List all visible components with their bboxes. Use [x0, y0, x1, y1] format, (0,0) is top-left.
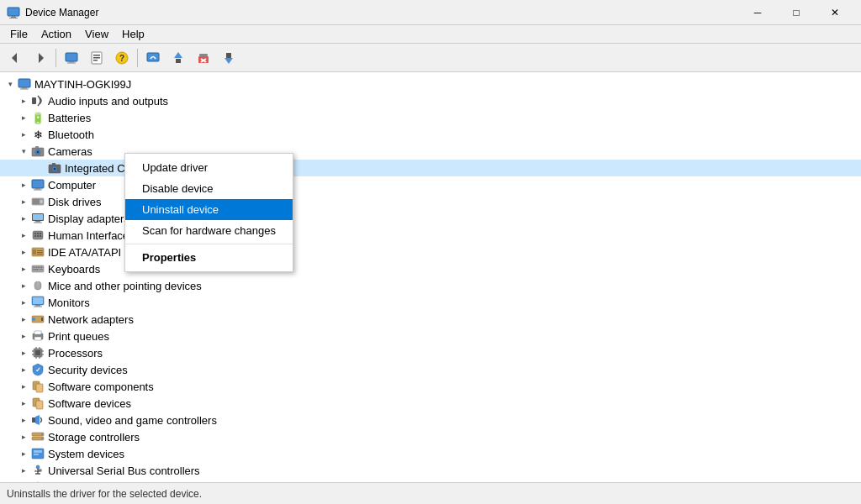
label-security: Security devices	[48, 364, 128, 376]
title-bar: Device Manager ─ □ ✕	[0, 0, 861, 25]
svg-rect-58	[33, 267, 34, 269]
icon-humanif	[30, 228, 45, 243]
minimize-button[interactable]: ─	[738, 0, 777, 25]
close-button[interactable]: ✕	[816, 0, 854, 25]
label-print: Print queues	[48, 330, 109, 343]
device-manager-button[interactable]	[60, 46, 83, 70]
tree-item-batteries[interactable]: ▸🔋Batteries	[0, 109, 861, 126]
svg-marker-16	[174, 52, 182, 58]
expand-btn-audio[interactable]: ▸	[17, 94, 30, 108]
menu-view[interactable]: View	[78, 26, 115, 42]
tree-item-monitors[interactable]: ▸Monitors	[0, 294, 861, 311]
expand-btn-computer[interactable]: ▸	[17, 178, 30, 192]
expand-btn-monitors[interactable]: ▸	[17, 296, 30, 309]
expand-btn-swcomponents[interactable]: ▸	[17, 380, 30, 393]
expand-btn-bluetooth[interactable]: ▸	[17, 128, 30, 141]
tree-item-swdevices[interactable]: ▸Software devices	[0, 395, 861, 412]
svg-rect-53	[33, 249, 36, 255]
properties-button[interactable]	[85, 46, 108, 70]
svg-rect-0	[8, 8, 19, 16]
menu-help[interactable]: Help	[115, 26, 151, 42]
tree-item-audio[interactable]: ▸Audio inputs and outputs	[0, 92, 861, 109]
context-menu: Update driverDisable deviceUninstall dev…	[124, 153, 293, 272]
svg-rect-22	[226, 53, 231, 58]
tree-root[interactable]: ▾ MAYTINH-OGKI99J	[0, 76, 861, 92]
svg-marker-4	[39, 53, 44, 63]
expand-btn-system[interactable]: ▸	[17, 447, 30, 460]
svg-rect-51	[40, 235, 41, 237]
forward-button[interactable]	[29, 46, 52, 70]
tree-item-security[interactable]: ▸✓Security devices	[0, 361, 861, 378]
expand-btn-mice[interactable]: ▸	[17, 279, 30, 292]
tree-item-swcomponents[interactable]: ▸Software components	[0, 378, 861, 395]
svg-rect-7	[67, 62, 76, 63]
context-menu-item-disable-device[interactable]: Disable device	[125, 178, 293, 199]
context-menu-item-scan-hardware[interactable]: Scan for hardware changes	[125, 220, 293, 241]
svg-point-100	[41, 433, 43, 435]
svg-rect-50	[37, 235, 39, 237]
expand-btn-usb[interactable]: ▸	[17, 464, 30, 477]
update-driver-button[interactable]	[166, 46, 190, 70]
tree-item-sound[interactable]: ▸Sound, video and game controllers	[0, 412, 861, 428]
expand-btn-network[interactable]: ▸	[17, 312, 30, 326]
toolbar-sep-1	[55, 49, 56, 67]
context-menu-item-update-driver[interactable]: Update driver	[125, 157, 293, 178]
icon-usbconn	[30, 480, 45, 482]
expand-btn-sound[interactable]: ▸	[17, 413, 30, 427]
svg-rect-35	[32, 180, 44, 188]
tree-item-processors[interactable]: ▸Processors	[0, 344, 861, 361]
app-icon	[7, 6, 20, 19]
expand-btn-batteries[interactable]: ▸	[17, 111, 30, 124]
maximize-button[interactable]: □	[777, 0, 816, 25]
icon-system	[30, 446, 45, 461]
window-controls: ─ □ ✕	[738, 0, 854, 25]
svg-rect-5	[66, 53, 77, 61]
label-audio: Audio inputs and outputs	[48, 95, 168, 108]
help-button[interactable]: ?	[110, 46, 134, 70]
menu-file[interactable]: File	[3, 26, 34, 42]
back-button[interactable]	[3, 46, 27, 70]
context-menu-item-uninstall-device[interactable]: Uninstall device	[125, 199, 293, 220]
icon-swdevices	[30, 396, 45, 411]
icon-computer	[30, 177, 45, 192]
expand-btn-print[interactable]: ▸	[17, 329, 30, 343]
svg-rect-20	[199, 54, 208, 56]
expand-btn-processors[interactable]: ▸	[17, 346, 30, 360]
tree-item-mice[interactable]: ▸Mice and other pointing devices	[0, 277, 861, 294]
tree-item-usbconn[interactable]: ▸USB Connector Managers	[0, 479, 861, 482]
expand-btn-swdevices[interactable]: ▸	[17, 396, 30, 410]
tree-item-usb[interactable]: ▸Universal Serial Bus controllers	[0, 462, 861, 479]
tree-item-bluetooth[interactable]: ▸❄Bluetooth	[0, 126, 861, 143]
main-content: ▾ MAYTINH-OGKI99J ▸Audio inputs and outp…	[0, 72, 861, 482]
tree-item-network[interactable]: ▸Network adapters	[0, 311, 861, 328]
root-expand[interactable]: ▾	[3, 77, 17, 91]
expand-btn-humanif[interactable]: ▸	[17, 228, 30, 242]
label-processors: Processors	[48, 347, 103, 360]
svg-rect-43	[35, 221, 40, 223]
scan-button[interactable]	[141, 46, 165, 70]
tree-item-system[interactable]: ▸System devices	[0, 445, 861, 462]
uninstall-button[interactable]	[192, 46, 215, 70]
tree-panel[interactable]: ▾ MAYTINH-OGKI99J ▸Audio inputs and outp…	[0, 72, 861, 482]
rollback-button[interactable]	[217, 46, 240, 70]
expand-btn-security[interactable]: ▸	[17, 363, 30, 376]
svg-rect-36	[35, 188, 40, 190]
expand-btn-diskdrives[interactable]: ▸	[17, 195, 30, 208]
menu-action[interactable]: Action	[34, 26, 78, 42]
expand-btn-storage[interactable]: ▸	[17, 430, 30, 444]
expand-btn-usbconn[interactable]: ▸	[17, 480, 30, 482]
expand-btn-display[interactable]: ▸	[17, 212, 30, 225]
svg-rect-6	[69, 61, 74, 63]
expand-btn-keyboards[interactable]: ▸	[17, 262, 30, 276]
tree-item-storage[interactable]: ▸Storage controllers	[0, 428, 861, 445]
svg-rect-49	[34, 235, 36, 237]
svg-rect-39	[33, 199, 40, 204]
context-menu-item-properties[interactable]: Properties	[125, 247, 293, 268]
expand-btn-ideata[interactable]: ▸	[17, 245, 30, 259]
icon-integrated	[47, 160, 62, 176]
tree-item-print[interactable]: ▸Print queues	[0, 328, 861, 344]
svg-rect-65	[34, 269, 39, 270]
expand-btn-cameras[interactable]: ▾	[17, 144, 30, 158]
icon-display	[30, 211, 45, 226]
svg-rect-72	[33, 297, 43, 304]
